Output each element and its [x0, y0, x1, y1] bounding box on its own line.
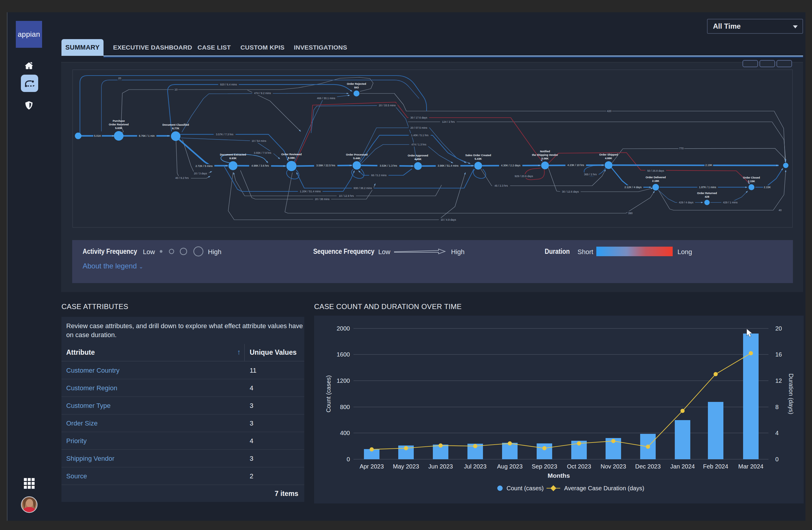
- svg-text:390: 390: [628, 212, 633, 215]
- svg-text:Order Processed: Order Processed: [346, 153, 368, 156]
- svg-text:10 / 12.9 hrs: 10 / 12.9 hrs: [339, 194, 354, 197]
- svg-text:20 / 07.5 mins: 20 / 07.5 mins: [410, 126, 427, 129]
- svg-text:2.12K / 4 days: 2.12K / 4 days: [624, 186, 642, 189]
- svg-text:800: 800: [340, 404, 350, 410]
- svg-text:20 / 33.5 mins: 20 / 33.5 mins: [379, 104, 396, 107]
- svg-text:10: 10: [174, 88, 177, 91]
- svg-text:10 / 54 mins: 10 / 54 mins: [251, 139, 266, 142]
- svg-text:12: 12: [775, 377, 782, 384]
- svg-text:920 / 6.4 mins: 920 / 6.4 mins: [220, 83, 237, 86]
- svg-text:Nov 2023: Nov 2023: [600, 463, 626, 470]
- svg-text:66 / 5.2 mins: 66 / 5.2 mins: [371, 174, 387, 177]
- svg-text:429 / 4 days: 429 / 4 days: [679, 201, 694, 204]
- svg-text:40: 40: [779, 209, 782, 212]
- svg-text:4.98K / 3.6 hrs: 4.98K / 3.6 hrs: [251, 164, 269, 167]
- svg-text:0: 0: [347, 456, 350, 462]
- svg-text:2.72K / 5 mins: 2.72K / 5 mins: [195, 165, 213, 168]
- svg-text:the Shipping Vendor: the Shipping Vendor: [532, 153, 558, 156]
- svg-text:20: 20: [775, 325, 782, 332]
- svg-text:40 / 9.2 hrs: 40 / 9.2 hrs: [175, 177, 189, 179]
- svg-text:8: 8: [775, 404, 779, 410]
- svg-text:3.53K / 1.3 hrs: 3.53K / 1.3 hrs: [380, 164, 397, 167]
- svg-text:Sales Order Created: Sales Order Created: [465, 154, 491, 157]
- svg-text:843: 843: [354, 86, 359, 89]
- svg-text:2.19K: 2.19K: [705, 164, 712, 167]
- svg-text:1.87K / 1 mins: 1.87K / 1 mins: [699, 186, 716, 189]
- svg-text:4.45K: 4.45K: [414, 158, 422, 161]
- svg-text:16: 16: [775, 351, 782, 358]
- svg-text:Notified: Notified: [540, 150, 550, 153]
- svg-text:Duration (days): Duration (days): [788, 374, 794, 415]
- svg-text:Order Closed: Order Closed: [743, 176, 760, 179]
- svg-text:Order Approved: Order Approved: [408, 154, 429, 157]
- svg-text:0: 0: [775, 456, 779, 462]
- svg-text:474 / 9.2 mins: 474 / 9.2 mins: [254, 92, 271, 95]
- svg-text:4.66K: 4.66K: [605, 157, 612, 160]
- svg-text:929 / 20.6 days: 929 / 20.6 days: [514, 175, 533, 178]
- svg-text:Purchase: Purchase: [113, 120, 125, 122]
- svg-text:Average Case Duration (days): Average Case Duration (days): [564, 485, 644, 491]
- svg-text:6.77K: 6.77K: [172, 127, 179, 130]
- svg-text:5.06K: 5.06K: [541, 157, 549, 160]
- svg-text:8.08K: 8.08K: [288, 156, 295, 159]
- svg-text:4.30K / 2.2 days: 4.30K / 2.2 days: [501, 164, 521, 167]
- svg-text:1200: 1200: [337, 377, 350, 384]
- svg-text:3.55K / 7.9 hrs: 3.55K / 7.9 hrs: [254, 151, 272, 154]
- svg-text:6.93K: 6.93K: [229, 157, 237, 160]
- svg-text:1.20K / 51.4 mins: 1.20K / 51.4 mins: [300, 190, 321, 193]
- svg-text:Apr 2023: Apr 2023: [360, 463, 383, 470]
- svg-text:5.63K: 5.63K: [115, 127, 122, 129]
- svg-text:365 / 2 hrs: 365 / 2 hrs: [584, 173, 597, 176]
- svg-text:5.43K: 5.43K: [475, 157, 482, 161]
- svg-text:Jan 2024: Jan 2024: [670, 463, 695, 470]
- svg-text:20 / 38 mins: 20 / 38 mins: [315, 198, 330, 201]
- svg-text:Months: Months: [548, 472, 570, 479]
- svg-text:Order Rejected: Order Rejected: [347, 82, 366, 85]
- svg-text:930 / 38.2 mins: 930 / 38.2 mins: [353, 186, 372, 190]
- svg-text:Dec 2023: Dec 2023: [635, 463, 661, 470]
- svg-text:3.58K / 22.5 hrs: 3.58K / 22.5 hrs: [316, 164, 335, 167]
- svg-text:2.15K: 2.15K: [748, 180, 755, 183]
- svg-text:30 / 17.6 days: 30 / 17.6 days: [410, 116, 427, 119]
- svg-text:3.57K / 7.3 hrs: 3.57K / 7.3 hrs: [216, 133, 234, 136]
- svg-text:6.76K / 1 min: 6.76K / 1 min: [139, 134, 155, 137]
- svg-text:Document Extracted: Document Extracted: [220, 153, 246, 156]
- svg-text:420: 420: [607, 110, 611, 113]
- svg-text:Aug 2023: Aug 2023: [497, 463, 523, 470]
- svg-text:Feb 2024: Feb 2024: [703, 463, 728, 470]
- svg-text:Order Reviewed: Order Reviewed: [281, 153, 302, 156]
- svg-text:10 / 4.9 days: 10 / 4.9 days: [440, 218, 456, 221]
- svg-text:Jun 2023: Jun 2023: [429, 463, 453, 470]
- svg-text:20: 20: [118, 77, 121, 80]
- svg-text:3.98K / 51.4 mins: 3.98K / 51.4 mins: [438, 164, 459, 167]
- svg-text:466 / 30.1 mins: 466 / 30.1 mins: [317, 97, 335, 100]
- svg-text:Count (cases): Count (cases): [325, 375, 332, 413]
- svg-text:20 / 3 days: 20 / 3 days: [194, 172, 207, 175]
- svg-text:50 / 26.8 days: 50 / 26.8 days: [647, 169, 664, 172]
- svg-text:2.15K: 2.15K: [764, 186, 771, 189]
- svg-text:30 / 12.6 days: 30 / 12.6 days: [562, 190, 579, 193]
- svg-text:5.01K: 5.01K: [94, 134, 101, 137]
- svg-text:Order Received: Order Received: [109, 123, 129, 126]
- svg-text:1.40K / 5.1 hrs: 1.40K / 5.1 hrs: [411, 134, 429, 137]
- svg-text:Sep 2023: Sep 2023: [532, 463, 557, 470]
- svg-text:Oct 2023: Oct 2023: [567, 463, 591, 470]
- svg-text:Order Shipped: Order Shipped: [599, 153, 618, 156]
- svg-text:2000: 2000: [337, 325, 350, 332]
- svg-text:45 / 2.3 hrs: 45 / 2.3 hrs: [494, 184, 508, 187]
- svg-text:474 / 1.3 hrs: 474 / 1.3 hrs: [411, 143, 426, 146]
- svg-text:2.16K: 2.16K: [652, 179, 659, 182]
- svg-text:May 2023: May 2023: [393, 463, 419, 470]
- svg-text:Order Returned: Order Returned: [697, 192, 717, 195]
- svg-text:400: 400: [340, 430, 350, 436]
- svg-text:4: 4: [775, 430, 779, 436]
- svg-text:1600: 1600: [337, 351, 350, 358]
- svg-text:Count (cases): Count (cases): [507, 485, 544, 491]
- svg-text:770: 770: [679, 147, 683, 150]
- svg-text:Jul 2023: Jul 2023: [464, 463, 487, 470]
- svg-text:124 / 2 hrs: 124 / 2 hrs: [442, 120, 455, 123]
- svg-text:4.23K / 10 hrs: 4.23K / 10 hrs: [567, 164, 584, 167]
- svg-text:Mar 2024: Mar 2024: [738, 463, 764, 470]
- svg-text:5.44K: 5.44K: [353, 157, 361, 160]
- svg-text:Order Delivered: Order Delivered: [646, 176, 666, 179]
